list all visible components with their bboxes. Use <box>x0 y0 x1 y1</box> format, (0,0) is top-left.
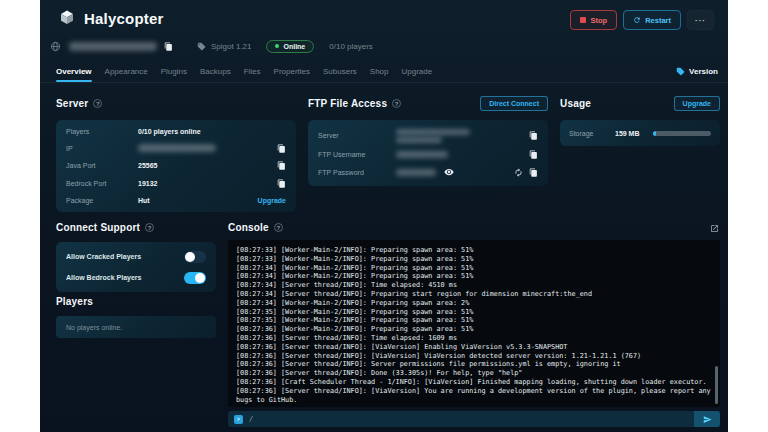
app-window: Halycopter Stop Restart ··· <box>40 0 728 432</box>
package-upgrade-link[interactable]: Upgrade <box>258 197 286 204</box>
usage-section-title: Usage <box>560 98 591 109</box>
console-line: [08:27:34] [Worker-Main-2/INFO]: Prepari… <box>236 299 712 308</box>
copy-bedrock-port-icon[interactable] <box>277 179 286 188</box>
server-info-bar: Spigot 1.21 Online 0/10 players <box>50 38 373 54</box>
console-line: [08:27:36] [Server thread/INFO]: Time el… <box>236 334 712 343</box>
ip-row: IP <box>66 144 286 153</box>
connect-support-card: Allow Cracked Players Allow Bedrock Play… <box>56 242 216 292</box>
bedrock-port-row: Bedrock Port 19132 <box>66 179 286 188</box>
server-address-redacted <box>69 42 157 51</box>
console-line: [08:27:34] [Worker-Main-2/INFO]: Prepari… <box>236 264 712 273</box>
help-icon[interactable]: ? <box>145 223 154 232</box>
open-console-external-icon[interactable] <box>710 224 719 233</box>
usage-upgrade-button[interactable]: Upgrade <box>674 96 720 111</box>
direct-connect-button[interactable]: Direct Connect <box>480 96 548 111</box>
bedrock-players-row: Allow Bedrock Players <box>66 272 206 284</box>
help-icon[interactable]: ? <box>274 223 283 232</box>
server-software-label: Spigot 1.21 <box>211 42 251 51</box>
help-icon[interactable]: ? <box>93 99 102 108</box>
online-dot-icon <box>275 44 279 48</box>
copy-ftp-server-icon[interactable] <box>529 131 538 140</box>
storage-value: 159 MB <box>615 130 653 137</box>
java-port-label: Java Port <box>66 162 138 169</box>
ftp-username-row: FTP Username <box>318 150 538 159</box>
stop-label: Stop <box>590 16 607 25</box>
copy-ip-icon[interactable] <box>277 144 286 153</box>
connect-support-header: Connect Support ? <box>56 222 154 233</box>
console-line: [08:27:36] [Server thread/INFO]: Server … <box>236 360 712 369</box>
tab-properties[interactable]: Properties <box>274 60 310 82</box>
restart-button[interactable]: Restart <box>623 10 681 30</box>
status-label: Online <box>283 43 305 50</box>
connect-support-title: Connect Support <box>56 222 140 233</box>
package-label: Package <box>66 197 138 204</box>
console-input-bar[interactable]: > / <box>228 411 720 427</box>
package-value: Hut <box>138 197 150 204</box>
bedrock-players-toggle[interactable] <box>184 272 206 284</box>
show-password-eye-icon[interactable] <box>444 167 454 177</box>
server-card: Players 0/10 players online IP Java Port… <box>56 120 296 212</box>
tabbar-divider <box>40 82 728 83</box>
help-icon[interactable]: ? <box>392 99 401 108</box>
console-line: [08:27:36] [Craft Scheduler Thread - 1/I… <box>236 378 712 387</box>
server-section-header: Server ? <box>56 98 102 109</box>
package-row: Package Hut Upgrade <box>66 197 286 204</box>
no-players-text: No players online. <box>66 324 122 331</box>
console-line: [08:27:35] [Worker-Main-2/INFO]: Prepari… <box>236 316 712 325</box>
bedrock-port-value: 19132 <box>138 180 157 187</box>
usage-card: Storage 159 MB <box>560 120 720 146</box>
console-line: [08:27:34] [Worker-Main-2/INFO]: Prepari… <box>236 272 712 281</box>
send-command-button[interactable] <box>694 411 720 427</box>
ftp-password-redacted <box>396 169 436 176</box>
ip-label: IP <box>66 145 138 152</box>
cracked-players-toggle[interactable] <box>184 251 206 263</box>
ftp-password-row: FTP Password <box>318 167 538 177</box>
tab-overview[interactable]: Overview <box>56 60 92 82</box>
tab-shop[interactable]: Shop <box>370 60 389 82</box>
copy-address-icon[interactable] <box>164 42 173 51</box>
more-options-button[interactable]: ··· <box>687 10 714 30</box>
ftp-password-label: FTP Password <box>318 169 396 176</box>
tab-upgrade[interactable]: Upgrade <box>402 60 433 82</box>
console-scrollbar[interactable] <box>715 366 718 404</box>
ftp-server-row: Server <box>318 129 538 143</box>
console-lines: [08:27:33] [Worker-Main-2/INFO]: Prepari… <box>236 246 712 404</box>
copy-ftp-username-icon[interactable] <box>529 150 538 159</box>
tab-backups[interactable]: Backups <box>200 60 231 82</box>
regenerate-password-icon[interactable] <box>514 168 523 177</box>
usage-upgrade-label: Upgrade <box>683 100 711 107</box>
tab-files[interactable]: Files <box>244 60 261 82</box>
tab-plugins[interactable]: Plugins <box>161 60 187 82</box>
stop-icon <box>580 17 586 23</box>
app-title: Halycopter <box>84 10 164 27</box>
version-tag-icon <box>676 67 685 76</box>
copy-ftp-password-icon[interactable] <box>529 168 538 177</box>
console-section-header: Console ? <box>228 222 283 233</box>
console-line: [08:27:36] [Server thread/INFO]: Done (3… <box>236 369 712 378</box>
console-output[interactable]: [08:27:33] [Worker-Main-2/INFO]: Prepari… <box>228 240 720 407</box>
copy-java-port-icon[interactable] <box>277 161 286 170</box>
console-line: [08:27:34] [Server thread/INFO]: Prepari… <box>236 290 712 299</box>
tab-appearance[interactable]: Appearance <box>105 60 148 82</box>
players-value: 0/10 players online <box>138 128 201 135</box>
brand: Halycopter <box>58 9 164 27</box>
ftp-section-title: FTP File Access <box>308 98 387 109</box>
console-line: [08:27:33] [Worker-Main-2/INFO]: Prepari… <box>236 255 712 264</box>
ftp-username-redacted <box>396 151 448 158</box>
bedrock-players-label: Allow Bedrock Players <box>66 274 141 281</box>
players-row: Players 0/10 players online <box>66 128 286 135</box>
cracked-players-row: Allow Cracked Players <box>66 251 206 263</box>
console-line: [08:27:33] [Worker-Main-2/INFO]: Prepari… <box>236 246 712 255</box>
console-line: [08:27:36] [Server thread/INFO]: [ViaVer… <box>236 343 712 352</box>
server-section-title: Server <box>56 98 88 109</box>
console-line: [08:27:36] [Server thread/INFO]: [ViaVer… <box>236 387 712 405</box>
version-button[interactable]: Version <box>676 60 718 82</box>
ftp-server-label: Server <box>318 132 396 139</box>
tab-subusers[interactable]: Subusers <box>323 60 357 82</box>
command-icon: > <box>234 415 243 424</box>
stop-button[interactable]: Stop <box>570 10 617 30</box>
players-label: Players <box>66 128 138 135</box>
cracked-players-label: Allow Cracked Players <box>66 253 141 260</box>
command-prompt: / <box>249 415 253 423</box>
ftp-username-label: FTP Username <box>318 151 396 158</box>
